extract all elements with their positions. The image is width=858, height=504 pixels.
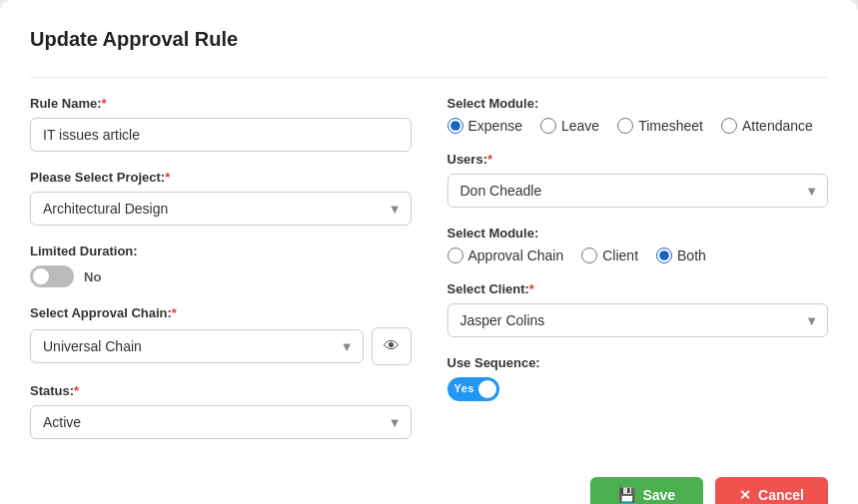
module2-client-option[interactable]: Client [581, 248, 638, 263]
save-label: Save [642, 487, 675, 503]
limited-duration-slider [30, 265, 74, 287]
module2-approval-chain-option[interactable]: Approval Chain [447, 248, 564, 263]
module2-group: Select Module: Approval Chain Client Bot… [447, 226, 829, 263]
module2-approval-chain-radio[interactable] [447, 248, 463, 263]
modal-title: Update Approval Rule [30, 28, 828, 51]
limited-duration-toggle-label: No [84, 269, 101, 284]
module-expense-option[interactable]: Expense [447, 118, 522, 134]
module-leave-option[interactable]: Leave [540, 118, 599, 134]
module-timesheet-label: Timesheet [638, 118, 703, 134]
button-row: 💾 Save ✕ Cancel [30, 477, 828, 504]
update-approval-rule-modal: Update Approval Rule Rule Name:* Please … [0, 0, 858, 504]
module2-both-option[interactable]: Both [656, 248, 706, 263]
users-select-wrapper: Don Cheadle Jane Doe ▼ [447, 174, 829, 208]
left-column: Rule Name:* Please Select Project:* Arch… [30, 96, 412, 457]
use-sequence-group: Use Sequence: Yes [447, 355, 829, 401]
cancel-label: Cancel [758, 487, 804, 503]
module2-client-radio[interactable] [581, 248, 597, 263]
status-group: Status:* Active Inactive ▼ [30, 383, 412, 439]
approval-chain-group: Select Approval Chain:* Universal Chain … [30, 305, 412, 365]
eye-icon: 👁 [384, 337, 400, 355]
cancel-button[interactable]: ✕ Cancel [715, 477, 828, 504]
use-sequence-label: Use Sequence: [447, 355, 829, 370]
module2-approval-chain-label: Approval Chain [468, 248, 564, 263]
client-select[interactable]: Jasper Colins John Smith [447, 303, 829, 337]
users-select[interactable]: Don Cheadle Jane Doe [447, 174, 829, 208]
use-sequence-toggle-container: Yes [447, 377, 829, 401]
status-select[interactable]: Active Inactive [30, 405, 412, 439]
users-group: Users:* Don Cheadle Jane Doe ▼ [447, 152, 829, 208]
module-attendance-label: Attendance [742, 118, 813, 134]
save-button[interactable]: 💾 Save [590, 477, 703, 504]
use-sequence-knob [478, 380, 496, 398]
limited-duration-toggle[interactable] [30, 265, 74, 287]
module-group: Select Module: Expense Leave Timesheet [447, 96, 829, 134]
limited-duration-label: Limited Duration: [30, 244, 412, 258]
rule-name-group: Rule Name:* [30, 96, 412, 152]
approval-chain-select-wrapper: Universal Chain Finance Chain HR Chain ▼ [30, 329, 364, 363]
save-icon: 💾 [618, 487, 635, 503]
approval-chain-row: Universal Chain Finance Chain HR Chain ▼… [30, 327, 412, 365]
client-select-wrapper: Jasper Colins John Smith ▼ [447, 303, 829, 337]
right-column: Select Module: Expense Leave Timesheet [447, 96, 829, 457]
approval-chain-label: Select Approval Chain:* [30, 305, 412, 320]
project-select-wrapper: Architectural Design Project Alpha Proje… [30, 192, 412, 226]
rule-name-input[interactable] [30, 118, 412, 152]
module-timesheet-option[interactable]: Timesheet [617, 118, 703, 134]
module-expense-label: Expense [468, 118, 522, 134]
client-group: Select Client:* Jasper Colins John Smith… [447, 281, 829, 337]
rule-name-label: Rule Name:* [30, 96, 412, 111]
approval-chain-view-button[interactable]: 👁 [372, 327, 412, 365]
limited-duration-toggle-row: No [30, 265, 412, 287]
use-sequence-toggle[interactable]: Yes [447, 377, 499, 401]
module2-radio-group: Approval Chain Client Both [447, 248, 829, 263]
module-label: Select Module: [447, 96, 829, 111]
approval-chain-select[interactable]: Universal Chain Finance Chain HR Chain [30, 329, 364, 363]
module-attendance-radio[interactable] [721, 118, 737, 134]
module-leave-label: Leave [561, 118, 599, 134]
module2-both-label: Both [677, 248, 706, 263]
module-leave-radio[interactable] [540, 118, 556, 134]
module-attendance-option[interactable]: Attendance [721, 118, 813, 134]
cancel-icon: ✕ [739, 487, 751, 503]
status-select-wrapper: Active Inactive ▼ [30, 405, 412, 439]
module-timesheet-radio[interactable] [617, 118, 633, 134]
module2-both-radio[interactable] [656, 248, 672, 263]
module-radio-group: Expense Leave Timesheet Attendance [447, 118, 829, 134]
module2-client-label: Client [602, 248, 638, 263]
use-sequence-yes-label: Yes [454, 382, 474, 394]
form-layout: Rule Name:* Please Select Project:* Arch… [30, 96, 828, 457]
limited-duration-group: Limited Duration: No [30, 244, 412, 287]
project-group: Please Select Project:* Architectural De… [30, 170, 412, 226]
module-expense-radio[interactable] [447, 118, 463, 134]
client-label: Select Client:* [447, 281, 829, 296]
project-select[interactable]: Architectural Design Project Alpha Proje… [30, 192, 412, 226]
users-label: Users:* [447, 152, 829, 167]
divider [30, 77, 828, 78]
status-label: Status:* [30, 383, 412, 398]
project-label: Please Select Project:* [30, 170, 412, 185]
module2-label: Select Module: [447, 226, 829, 241]
